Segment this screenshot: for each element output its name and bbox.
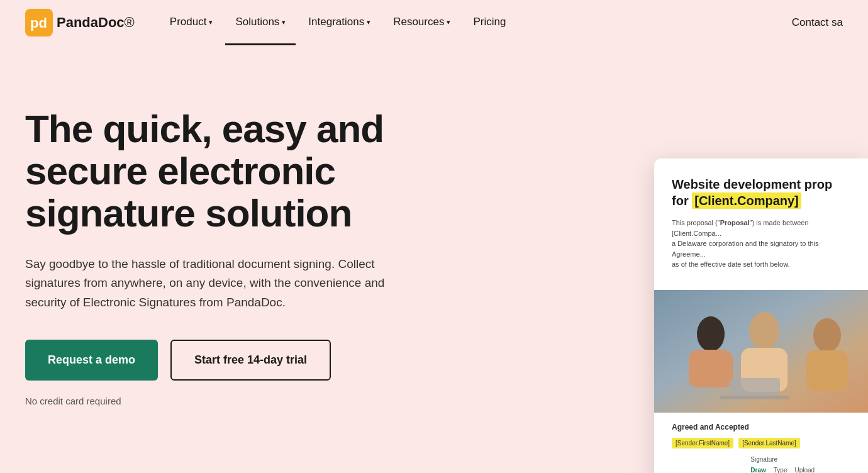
chevron-down-icon: ▾ [367,18,370,26]
request-demo-button[interactable]: Request a demo [25,340,158,381]
nav-item-solutions[interactable]: Solutions ▾ [225,0,296,45]
doc-header: Website development prop for [Client.Com… [654,159,868,290]
hero-section: The quick, easy and secure electronic si… [0,45,868,473]
sender-lastname-tag: [Sender.LastName] [738,438,800,448]
nav-items: Product ▾ Solutions ▾ Integrations ▾ Res… [160,0,792,45]
chevron-down-icon: ▾ [282,18,286,26]
sig-left-panel [672,456,743,474]
svg-point-7 [749,312,779,350]
hero-subtitle: Say goodbye to the hassle of traditional… [25,255,390,312]
agreed-accepted-label: Agreed and Accepted [672,423,850,431]
svg-point-11 [813,318,841,352]
pandadoc-logo-icon: pd [25,9,53,36]
hero-title: The quick, easy and secure electronic si… [25,108,465,235]
nav-item-product[interactable]: Product ▾ [160,0,223,45]
doc-image-svg [654,290,868,413]
nav-item-pricing[interactable]: Pricing [463,0,516,45]
signature-tabs: Draw Type Upload [750,467,850,474]
sender-name-row: [Sender.FirstName] [Sender.LastName] [672,438,850,448]
doc-footer: Agreed and Accepted [Sender.FirstName] [… [654,413,868,474]
sig-right-panel: Signature Draw Type Upload ✏ Signature [750,456,850,474]
doc-body-text: This proposal ("Proposal") is made betwe… [672,218,850,270]
svg-point-5 [697,316,725,352]
svg-rect-12 [806,350,848,391]
doc-title-highlight: [Client.Company] [692,192,801,209]
chevron-down-icon: ▾ [447,18,450,26]
svg-rect-10 [720,396,789,399]
svg-rect-9 [730,378,780,397]
svg-text:pd: pd [30,15,47,31]
signature-label: Signature [750,456,850,463]
hero-content: The quick, easy and secure electronic si… [25,83,465,448]
chevron-down-icon: ▾ [209,18,213,26]
logo-suffix: ® [125,14,135,31]
hero-buttons: Request a demo Start free 14-day trial [25,340,465,381]
sig-tab-upload[interactable]: Upload [794,467,815,474]
logo-text: PandaDoc [57,14,125,31]
free-trial-button[interactable]: Start free 14-day trial [170,340,331,381]
logo[interactable]: pd PandaDoc ® [25,9,135,36]
navbar: pd PandaDoc ® Product ▾ Solutions ▾ Inte… [0,0,868,45]
nav-item-integrations[interactable]: Integrations ▾ [298,0,381,45]
doc-image [654,290,868,413]
nav-item-resources[interactable]: Resources ▾ [383,0,460,45]
sig-tab-type[interactable]: Type [774,467,787,474]
no-credit-text: No credit card required [25,396,465,406]
nav-right: Contact sa [792,16,843,29]
signature-panel: Signature Draw Type Upload ✏ Signature [672,456,850,474]
doc-title: Website development prop for [Client.Com… [672,176,850,209]
sender-firstname-tag: [Sender.FirstName] [672,438,733,448]
svg-rect-6 [689,350,733,387]
contact-sales-link[interactable]: Contact sa [792,16,843,29]
sig-tab-draw[interactable]: Draw [750,467,765,474]
document-preview-card: Website development prop for [Client.Com… [654,159,868,473]
